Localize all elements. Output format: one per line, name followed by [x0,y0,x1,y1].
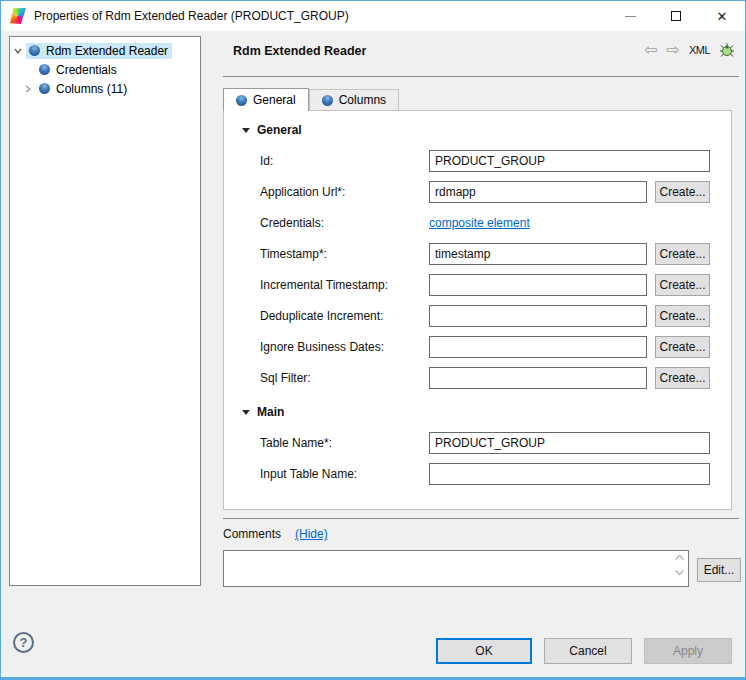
scroll-down-icon [674,569,685,576]
chevron-down-icon[interactable] [10,46,26,56]
table-name-input[interactable] [429,432,710,454]
properties-dialog: Properties of Rdm Extended Reader (PRODU… [0,0,746,680]
timestamp-label: Timestamp*: [260,247,429,261]
ok-button[interactable]: OK [436,638,532,664]
properties-panel: Rdm Extended Reader ⇦ ⇨ XML [216,36,739,648]
app-icon [10,8,26,24]
close-button[interactable]: ✕ [699,1,745,31]
section-title: Main [257,405,284,419]
tree-item-rdm-extended-reader[interactable]: Rdm Extended Reader [10,41,200,60]
comments-label: Comments [223,527,281,541]
titlebar: Properties of Rdm Extended Reader (PRODU… [1,1,745,31]
sql-filter-create-button[interactable]: Create... [655,367,710,389]
forward-arrow-icon[interactable]: ⇨ [666,42,679,58]
validate-bug-icon[interactable] [719,42,735,58]
incremental-timestamp-input[interactable] [429,274,647,296]
incremental-timestamp-label: Incremental Timestamp: [260,278,429,292]
comments-box [223,550,689,587]
application-url-label: Application Url*: [260,185,429,199]
application-url-input[interactable] [429,181,647,203]
deduplicate-increment-input[interactable] [429,305,647,327]
tree-item-columns[interactable]: Columns (11) [10,79,200,98]
minimize-button[interactable] [607,1,653,31]
deduplicate-increment-label: Deduplicate Increment: [260,309,429,323]
panel-title: Rdm Extended Reader [233,44,366,58]
back-arrow-icon[interactable]: ⇦ [644,42,657,58]
node-sphere-icon [39,83,50,94]
section-main-header[interactable]: Main [242,405,731,419]
edit-comments-button[interactable]: Edit... [697,558,741,582]
footer-buttons: OK Cancel Apply [436,638,732,664]
dialog-body: Rdm Extended Reader Credentials Columns … [1,31,745,678]
ignore-business-dates-label: Ignore Business Dates: [260,340,429,354]
ignore-business-dates-input[interactable] [429,336,647,358]
ignore-business-dates-create-button[interactable]: Create... [655,336,710,358]
deduplicate-increment-create-button[interactable]: Create... [655,305,710,327]
node-sphere-icon [39,64,50,75]
tab-sphere-icon [322,95,333,106]
general-tab-content: General Id: Application Url*: Create... … [223,110,732,510]
maximize-icon [671,11,681,21]
xml-view-button[interactable]: XML [689,44,710,56]
tab-bar: General Columns [223,88,399,110]
node-sphere-icon [29,45,40,56]
tab-general[interactable]: General [223,88,309,111]
comments-textarea[interactable] [224,551,688,586]
comments-separator [223,518,739,519]
hide-comments-link[interactable]: (Hide) [295,527,328,541]
cancel-button[interactable]: Cancel [544,638,632,664]
id-input[interactable] [429,150,710,172]
tab-label: Columns [339,93,386,107]
timestamp-create-button[interactable]: Create... [655,243,710,265]
tree-item-label: Credentials [56,63,117,77]
chevron-right-icon[interactable] [20,84,36,94]
apply-button[interactable]: Apply [644,638,732,664]
credentials-label: Credentials: [260,216,429,230]
section-general-header[interactable]: General [242,123,731,137]
textarea-scroll-arrows[interactable] [674,554,685,576]
input-table-name-input[interactable] [429,463,710,485]
sql-filter-input[interactable] [429,367,647,389]
input-table-name-label: Input Table Name: [260,467,429,481]
sql-filter-label: Sql Filter: [260,371,429,385]
help-icon: ? [20,635,28,650]
collapse-triangle-icon [242,410,250,415]
close-icon: ✕ [717,10,728,23]
collapse-triangle-icon [242,128,250,133]
composite-element-link[interactable]: composite element [429,216,530,230]
tree-item-label: Rdm Extended Reader [46,44,168,58]
table-name-label: Table Name*: [260,436,429,450]
tree-item-label: Columns (11) [56,82,127,96]
navigation-tree: Rdm Extended Reader Credentials Columns … [9,36,201,586]
section-title: General [257,123,302,137]
window-title: Properties of Rdm Extended Reader (PRODU… [34,9,349,23]
application-url-create-button[interactable]: Create... [655,181,710,203]
timestamp-input[interactable] [429,243,647,265]
scroll-up-icon [674,554,685,561]
header-separator [223,76,739,77]
help-button[interactable]: ? [13,632,34,653]
incremental-timestamp-create-button[interactable]: Create... [655,274,710,296]
maximize-button[interactable] [653,1,699,31]
tab-columns[interactable]: Columns [309,89,399,110]
tree-item-credentials[interactable]: Credentials [10,60,200,79]
tab-sphere-icon [236,95,247,106]
tab-label: General [253,93,296,107]
id-label: Id: [260,154,429,168]
minimize-icon [625,16,636,17]
